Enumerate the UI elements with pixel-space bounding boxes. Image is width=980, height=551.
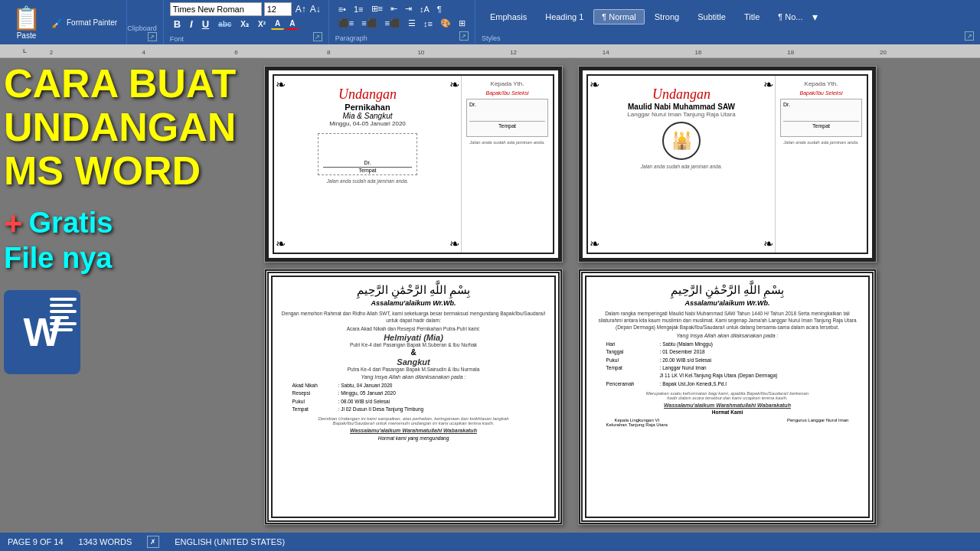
detail-rows-right: Hari : Sabtu (Malam Minggu) Tanggal : 01…	[606, 341, 849, 388]
wedding-recipient-box: Dr. Tempat	[466, 99, 548, 137]
paste-button[interactable]: 📋 Paste	[6, 2, 47, 43]
islamic-bapak-ibu: Bapak/Ibu Seleksi	[780, 90, 862, 96]
style-strong[interactable]: Strong	[646, 9, 688, 24]
overlay-line3: MS WORD	[4, 149, 256, 193]
styles-section-label: Styles	[482, 34, 501, 42]
kepala-area: Kepala Lingkungan VI Kelurahan Tanjung R…	[606, 418, 668, 427]
islamic-card-inner: ❧ ❧ ❧ ❧ Undangan Maulid Nabi Muhammad SA…	[579, 67, 876, 262]
wassalamu-left: Wassalamu'alaikum Warahmatullahi Wabarak…	[350, 428, 477, 433]
hari-row: Hari : Sabtu (Malam Minggu)	[606, 341, 849, 348]
font-color-button[interactable]: A	[286, 18, 299, 30]
bullets-button[interactable]: ≡•	[335, 3, 349, 15]
page-info-area: PAGE 9 OF 14	[8, 537, 64, 546]
wedding-address-box: Dr. Tempat	[318, 133, 417, 175]
hormat-right: Hormat Kami	[712, 409, 743, 415]
akad-val: : Sabtu, 04 Januari 2020	[338, 382, 393, 390]
page-maulid-detail: بِسْمِ اللَّهِ الرَّحْمَٰنِ الرَّحِيمِ A…	[578, 269, 877, 525]
sort-button[interactable]: ↕A	[416, 3, 433, 15]
paragraph-dialog-button[interactable]: ↗	[459, 31, 469, 41]
corner-decoration-br: ❧	[449, 236, 459, 251]
pukul-label-left: Pukul	[292, 398, 338, 406]
pukul-row-left: Pukul : 08.00 WIB s/d Selesai	[292, 398, 535, 406]
wedding-tempat-line: Tempat	[469, 123, 545, 129]
border-button[interactable]: ⊞	[456, 17, 469, 30]
signatories: Kepala Lingkungan VI Kelurahan Tanjung R…	[606, 418, 849, 427]
paintbrush-icon: 🖌️	[51, 16, 64, 28]
overlay-line1: CARA BUAT	[4, 62, 256, 106]
style-normal[interactable]: ¶ Normal	[593, 9, 644, 24]
align-right-button[interactable]: ≡⬛	[382, 17, 403, 30]
style-heading1[interactable]: Heading 1	[537, 9, 592, 24]
numbering-button[interactable]: 1≡	[351, 3, 367, 15]
islamic-kepada: Kepada Yth.	[780, 80, 862, 87]
styles-dialog-button[interactable]: ↗	[965, 31, 974, 41]
islamic-corner-tl: ❧	[590, 77, 599, 92]
format-painter-button[interactable]: 🖌️ Format Painter	[48, 15, 120, 30]
doc-scroll[interactable]: CARA BUAT UNDANGAN MS WORD + Gratis File…	[0, 58, 980, 533]
bismillah-left: بِسْمِ اللَّهِ الرَّحْمَٰنِ الرَّحِيمِ	[357, 283, 471, 297]
ruler-mark-8: 8	[327, 49, 330, 56]
style-subtitle[interactable]: Subtitle	[689, 9, 734, 24]
tempat-val-left: : Jl 02 Dusun II Desa Tanjung Timbung	[338, 406, 424, 413]
assalamu-right: Assalamu'alaikum Wr.Wb.	[684, 299, 769, 307]
mosque-icon: 🕌	[662, 122, 701, 160]
islamic-corner-tr: ❧	[763, 77, 773, 92]
show-formatting-button[interactable]: ¶	[434, 3, 445, 15]
strikethrough-button[interactable]: abc	[214, 19, 235, 29]
font-dialog-button[interactable]: ↗	[313, 32, 322, 41]
islamic-corner-br: ❧	[763, 236, 773, 251]
italic-button[interactable]: I	[186, 18, 197, 31]
ruler-mark-20: 20	[880, 49, 887, 56]
resepsi-label: Resepsi	[292, 390, 338, 397]
page-wedding-detail: بِسْمِ اللَّهِ الرَّحْمَٰنِ الرَّحِيمِ A…	[264, 269, 563, 525]
maulid-detail-inner: بِسْمِ اللَّهِ الرَّحْمَٰنِ الرَّحِيمِ A…	[585, 276, 870, 518]
grow-font-button[interactable]: A↑	[294, 4, 308, 15]
ruler-mark-18: 18	[787, 49, 794, 56]
wassalamu-right: Wassalamu'alaikum Warahmatullahi Wabarak…	[664, 403, 791, 408]
style-no-spacing[interactable]: ¶ No...	[769, 9, 811, 24]
wedding-subtitle: Pernikahan	[345, 103, 390, 112]
hari-val: : Sabtu (Malam Minggu)	[660, 341, 713, 348]
wedding-date: Minggu, 04-05 Januari 2020	[329, 120, 406, 127]
clipboard-dialog-button[interactable]: ↗	[148, 32, 157, 41]
increase-indent-button[interactable]: ⇥	[402, 2, 415, 15]
subscript-button[interactable]: X₂	[237, 19, 253, 29]
styles-more-button[interactable]: ▾	[812, 11, 818, 23]
word-icon-W: W	[23, 309, 60, 355]
font-name-input[interactable]	[170, 2, 262, 16]
style-title[interactable]: Title	[736, 9, 768, 24]
name2-sub-left: Putra Ke-4 dari Pasangan Bapak M.Sainudi…	[348, 367, 480, 372]
font-size-input[interactable]	[264, 2, 292, 16]
justify-button[interactable]: ☰	[405, 17, 419, 30]
wedding-tempat-label: Tempat	[323, 167, 411, 173]
clipboard-section: 📋 Paste 🖌️ Format Painter	[0, 0, 127, 44]
underline-button[interactable]: U	[198, 18, 213, 31]
align-left-button[interactable]: ⬛≡	[335, 17, 357, 30]
status-bar: PAGE 9 OF 14 1343 WORDS ✗ ENGLISH (UNITE…	[0, 533, 980, 551]
tempat-label-right: Tempat	[606, 364, 660, 372]
bold-button[interactable]: B	[170, 18, 185, 31]
decrease-indent-button[interactable]: ⇤	[387, 2, 400, 15]
overlay-line2: UNDANGAN	[4, 106, 256, 149]
kelurahan-label: Kelurahan Tanjung Raja Utara	[606, 422, 668, 427]
maulid-detail-outer: بِسْمِ اللَّهِ الرَّحْمَٰنِ الرَّحِيمِ A…	[579, 269, 876, 524]
shrink-font-button[interactable]: A↓	[309, 4, 322, 15]
track-changes-icon[interactable]: ✗	[147, 536, 159, 548]
tempat-label-left: Tempat	[292, 406, 338, 413]
wedding-right-footer: Jalan anda sudah ada jaminan anda.	[466, 140, 548, 145]
islamic-address: Jalan anda sudah ada jaminan anda.	[641, 164, 723, 169]
tempat-row-left: Tempat : Jl 02 Dusun II Desa Tanjung Tim…	[292, 406, 535, 413]
shading-button[interactable]: 🎨	[437, 17, 454, 30]
superscript-button[interactable]: X²	[254, 19, 270, 29]
corner-decoration-tl: ❧	[276, 77, 286, 92]
align-center-button[interactable]: ≡⬛	[358, 17, 380, 30]
text-highlight-button[interactable]: A	[271, 18, 284, 30]
language-area[interactable]: ENGLISH (UNITED STATES)	[175, 537, 285, 546]
tanggal-row: Tanggal : 01 Desember 2018	[606, 348, 849, 356]
style-emphasis[interactable]: Emphasis	[482, 9, 535, 24]
line-spacing-button[interactable]: ↕≡	[420, 18, 436, 30]
detail-rows-left: Akad Nikah : Sabtu, 04 Januari 2020 Rese…	[292, 382, 535, 414]
multilevel-button[interactable]: ⊞≡	[368, 2, 386, 15]
pukul-row-right: Pukul : 20.00 WIB s/d Selesai	[606, 357, 849, 364]
pukul-val-left: : 08.00 WIB s/d Selesai	[338, 398, 390, 406]
